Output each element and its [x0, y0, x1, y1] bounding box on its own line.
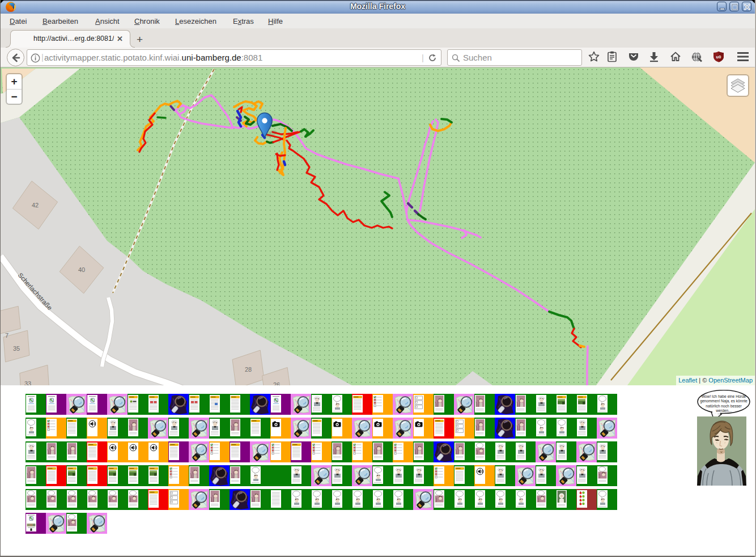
svg-text:natürlich noch besser: natürlich noch besser: [706, 404, 742, 408]
svg-text:7: 7: [5, 332, 9, 339]
svg-text:33: 33: [24, 380, 31, 385]
svg-text:werden...: werden...: [715, 409, 732, 413]
svg-text:genommen! Naja, es könnte: genommen! Naja, es könnte: [700, 399, 747, 403]
svg-text:26: 26: [273, 381, 280, 385]
svg-text:u0: u0: [716, 54, 721, 59]
svg-text:35: 35: [13, 345, 20, 352]
svg-text:Wow! Ich habe eine Hürde: Wow! Ich habe eine Hürde: [702, 394, 746, 398]
svg-text:42: 42: [32, 202, 39, 209]
svg-text:40: 40: [78, 266, 85, 273]
svg-text:28: 28: [245, 366, 252, 373]
